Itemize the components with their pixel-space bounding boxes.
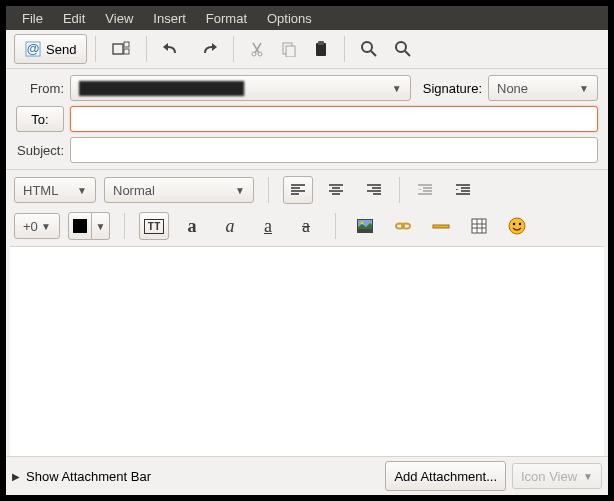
separator xyxy=(399,177,400,203)
bold-icon: a xyxy=(188,216,197,237)
hrule-icon xyxy=(432,218,450,234)
svg-rect-3 xyxy=(124,42,129,47)
main-toolbar: @ Send xyxy=(6,30,608,69)
paste-icon xyxy=(313,40,329,58)
format-mode-value: HTML xyxy=(23,183,58,198)
underline-button[interactable]: a xyxy=(253,212,283,240)
attachment-view-value: Icon View xyxy=(521,469,577,484)
insert-link-button[interactable] xyxy=(388,212,418,240)
svg-point-5 xyxy=(252,52,256,56)
smiley-icon xyxy=(508,217,526,235)
message-body[interactable] xyxy=(10,246,604,456)
menu-format[interactable]: Format xyxy=(196,8,257,29)
expand-icon[interactable]: ▶ xyxy=(12,471,20,482)
signature-value: None xyxy=(497,81,528,96)
add-attachment-label: Add Attachment... xyxy=(394,469,497,484)
to-label: To: xyxy=(31,112,48,127)
image-icon xyxy=(356,218,374,234)
bold-button[interactable]: a xyxy=(177,212,207,240)
chevron-down-icon: ▼ xyxy=(235,185,245,196)
separator xyxy=(335,213,336,239)
svg-line-14 xyxy=(405,51,410,56)
align-right-button[interactable] xyxy=(359,176,389,204)
menu-file[interactable]: File xyxy=(12,8,53,29)
separator xyxy=(344,36,345,62)
subject-label: Subject: xyxy=(16,143,64,158)
menu-edit[interactable]: Edit xyxy=(53,8,95,29)
align-center-button[interactable] xyxy=(321,176,351,204)
menu-options[interactable]: Options xyxy=(257,8,322,29)
from-dropdown[interactable]: ████████████████████████████ ▼ xyxy=(70,75,411,101)
separator xyxy=(268,177,269,203)
align-center-icon xyxy=(328,183,344,197)
svg-rect-10 xyxy=(318,41,324,45)
add-attachment-button[interactable]: Add Attachment... xyxy=(385,461,506,491)
svg-rect-2 xyxy=(113,44,123,54)
subject-input[interactable] xyxy=(70,137,598,163)
color-swatch xyxy=(73,219,87,233)
align-right-icon xyxy=(366,183,382,197)
menu-view[interactable]: View xyxy=(95,8,143,29)
redo-button[interactable] xyxy=(191,34,225,64)
menu-insert[interactable]: Insert xyxy=(143,8,196,29)
chevron-down-icon: ▼ xyxy=(77,185,87,196)
insert-emoticon-button[interactable] xyxy=(502,212,532,240)
header-fields: From: ████████████████████████████ ▼ Sig… xyxy=(6,69,608,169)
svg-point-22 xyxy=(509,218,525,234)
align-left-icon xyxy=(290,183,306,197)
table-icon xyxy=(471,218,487,234)
separator xyxy=(233,36,234,62)
attachment-view-dropdown[interactable]: Icon View ▼ xyxy=(512,463,602,489)
send-button[interactable]: @ Send xyxy=(14,34,87,64)
svg-text:@: @ xyxy=(27,41,40,56)
strike-icon: a xyxy=(302,216,310,237)
svg-point-13 xyxy=(396,42,406,52)
svg-rect-8 xyxy=(286,46,295,57)
window-button[interactable] xyxy=(104,34,138,64)
cut-button[interactable] xyxy=(242,34,272,64)
find-button[interactable] xyxy=(353,34,385,64)
chevron-down-icon: ▼ xyxy=(583,471,593,482)
link-icon xyxy=(394,218,412,234)
indent-less-button[interactable] xyxy=(410,176,440,204)
show-attachment-label[interactable]: Show Attachment Bar xyxy=(26,469,151,484)
chevron-down-icon: ▼ xyxy=(96,221,106,232)
copy-icon xyxy=(281,41,297,57)
font-size-value: +0 xyxy=(23,219,38,234)
typewriter-button[interactable]: TT xyxy=(139,212,169,240)
paragraph-style-dropdown[interactable]: Normal ▼ xyxy=(104,177,254,203)
underline-icon: a xyxy=(264,216,272,237)
align-left-button[interactable] xyxy=(283,176,313,204)
insert-rule-button[interactable] xyxy=(426,212,456,240)
paste-button[interactable] xyxy=(306,34,336,64)
insert-table-button[interactable] xyxy=(464,212,494,240)
to-input[interactable] xyxy=(70,106,598,132)
send-label: Send xyxy=(46,42,76,57)
cut-icon xyxy=(249,41,265,57)
strike-button[interactable]: a xyxy=(291,212,321,240)
to-button[interactable]: To: xyxy=(16,106,64,132)
signature-label: Signature: xyxy=(423,81,482,96)
font-color-menu-button[interactable]: ▼ xyxy=(92,212,110,240)
undo-button[interactable] xyxy=(155,34,189,64)
insert-image-button[interactable] xyxy=(350,212,380,240)
svg-point-24 xyxy=(519,223,521,225)
search-icon xyxy=(394,40,412,58)
statusbar: ▶ Show Attachment Bar Add Attachment... … xyxy=(6,456,608,495)
format-mode-dropdown[interactable]: HTML ▼ xyxy=(14,177,96,203)
redo-icon xyxy=(198,41,218,57)
separator xyxy=(124,213,125,239)
italic-button[interactable]: a xyxy=(215,212,245,240)
format-toolbar-1: HTML ▼ Normal ▼ xyxy=(6,169,608,210)
font-color-button[interactable] xyxy=(68,212,92,240)
signature-dropdown[interactable]: None ▼ xyxy=(488,75,598,101)
copy-button[interactable] xyxy=(274,34,304,64)
undo-icon xyxy=(162,41,182,57)
italic-icon: a xyxy=(226,216,235,237)
search-icon xyxy=(360,40,378,58)
font-size-dropdown[interactable]: +0 ▼ xyxy=(14,213,60,239)
find-replace-button[interactable] xyxy=(387,34,419,64)
svg-rect-20 xyxy=(433,225,449,228)
indent-more-button[interactable] xyxy=(448,176,478,204)
svg-rect-4 xyxy=(124,49,129,54)
